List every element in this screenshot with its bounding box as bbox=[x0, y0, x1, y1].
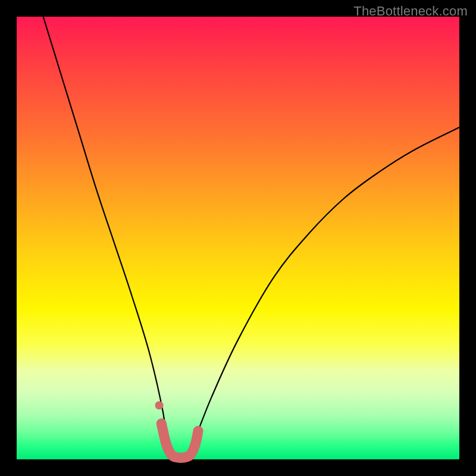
watermark-text: TheBottleneck.com bbox=[353, 4, 468, 19]
chart-frame: TheBottleneck.com bbox=[0, 0, 476, 476]
optimal-marker-path bbox=[161, 424, 198, 458]
curve-layer bbox=[17, 17, 459, 459]
bottleneck-curve-path bbox=[43, 17, 459, 459]
plot-area bbox=[17, 17, 459, 459]
optimal-marker-dot bbox=[155, 401, 164, 409]
